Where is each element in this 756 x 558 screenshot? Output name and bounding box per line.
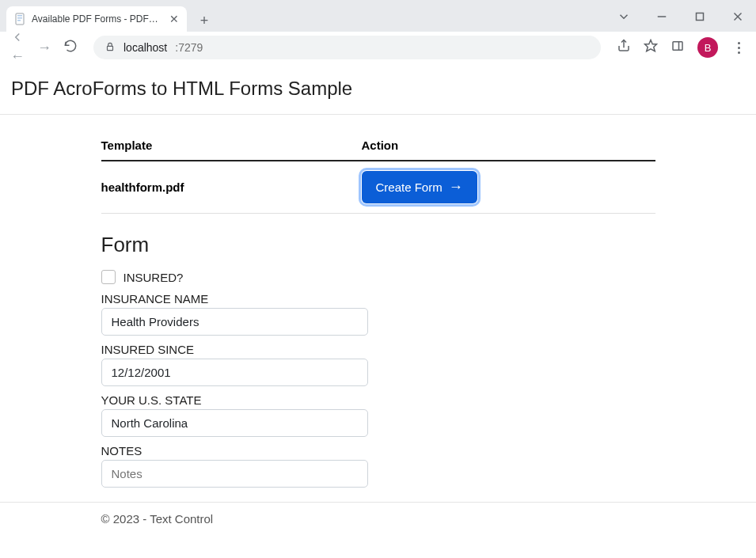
svg-rect-1 [17,15,22,17]
window-controls [612,5,750,28]
content: Template Action healthform.pdf Create Fo… [101,115,655,488]
insured-checkbox[interactable] [101,270,116,284]
insured-since-input[interactable] [101,359,368,386]
panel-icon[interactable] [671,39,685,56]
forward-icon[interactable]: → [36,40,52,56]
template-table: Template Action healthform.pdf Create Fo… [101,131,655,214]
url-host: localhost [123,41,167,54]
svg-rect-9 [108,46,113,50]
new-tab-button[interactable]: + [193,9,215,32]
template-filename: healthform.pdf [101,161,362,214]
reload-icon[interactable] [63,39,78,57]
page-title-row: PDF AcroForms to HTML Forms Sample [0,63,756,115]
close-icon[interactable] [726,5,750,28]
user-avatar[interactable]: B [697,37,718,58]
tab-close-icon[interactable]: ✕ [169,13,179,25]
insurance-name-input[interactable] [101,308,368,336]
tab-title: Available PDF Forms - PDF AcroF [32,13,158,25]
browser-tab[interactable]: Available PDF Forms - PDF AcroF ✕ [6,6,187,32]
svg-rect-3 [17,20,21,21]
create-form-button[interactable]: Create Form → [362,171,477,203]
browser-chrome: Available PDF Forms - PDF AcroF ✕ + ← → … [0,0,756,63]
svg-rect-12 [673,42,682,51]
table-row: healthform.pdf Create Form → [101,161,655,214]
page-title: PDF AcroForms to HTML Forms Sample [11,78,745,100]
chevron-down-icon[interactable] [612,5,636,28]
form-heading: Form [101,233,655,257]
svg-marker-11 [645,40,657,51]
kebab-menu-icon[interactable] [731,42,747,54]
maximize-icon[interactable] [688,5,712,28]
footer-wrap: © 2023 - Text Control [0,502,756,535]
insured-label: INSURED? [123,271,184,284]
arrow-right-icon: → [449,179,463,195]
address-bar[interactable]: localhost:7279 [93,36,601,59]
star-icon[interactable] [644,39,658,56]
tab-bar: Available PDF Forms - PDF AcroF ✕ + [0,0,756,32]
create-form-label: Create Form [376,180,443,194]
notes-label: NOTES [101,444,655,457]
state-input[interactable] [101,409,368,437]
col-action: Action [362,131,655,161]
url-actions: B [617,37,747,58]
minimize-icon[interactable] [650,5,674,28]
tab-favicon-icon [14,13,27,25]
insurance-name-label: INSURANCE NAME [101,292,655,306]
svg-rect-2 [17,17,22,19]
col-template: Template [101,131,362,161]
url-port: :7279 [175,41,203,54]
svg-rect-5 [697,13,704,21]
back-icon[interactable]: ← [9,30,25,65]
url-bar: ← → localhost:7279 B [0,32,756,63]
state-label: YOUR U.S. STATE [101,393,655,407]
insured-checkbox-row: INSURED? [101,270,655,284]
notes-input[interactable] [101,460,368,488]
lock-icon [104,41,116,55]
share-icon[interactable] [617,39,631,56]
insured-since-label: INSURED SINCE [101,343,655,356]
footer-text: © 2023 - Text Control [101,503,655,535]
